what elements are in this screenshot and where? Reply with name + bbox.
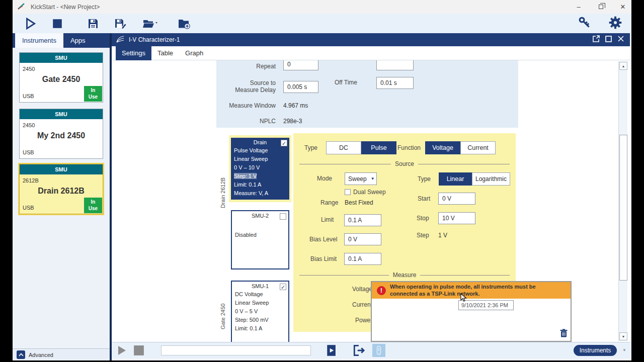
drain-summary-card[interactable]: Drain ✓ Pulse Voltage Linear Sweep 0 V –… [231, 138, 289, 200]
type-pulse-button[interactable]: Pulse [361, 141, 396, 154]
tab-settings[interactable]: Settings [116, 46, 151, 60]
drain-line: Measure: V, A [234, 189, 286, 198]
delete-warning-icon[interactable] [560, 329, 568, 339]
type-dc-button[interactable]: DC [326, 141, 361, 154]
step-label: Step [417, 232, 429, 239]
panel-run-button[interactable] [116, 344, 128, 358]
smu1-line: DC Voltage [235, 290, 285, 299]
function-current-button[interactable]: Current [460, 141, 496, 154]
card-type: SMU [20, 109, 103, 119]
card-model: 2612B [23, 177, 39, 184]
repeat-input[interactable] [283, 60, 318, 70]
measure-power-label: Power [355, 317, 372, 324]
maximize-panel-icon[interactable] [605, 35, 612, 45]
instrument-card-drain-2612b[interactable]: SMU 2612B Drain 2612B USB In Use [19, 164, 103, 214]
stop-input[interactable] [438, 212, 475, 224]
dual-sweep-box[interactable] [345, 189, 351, 195]
panel-title: I-V Characterizer-1 [129, 36, 180, 43]
warning-message: When operating in pulse mode, all instru… [390, 284, 571, 298]
drain-enabled-checkbox[interactable]: ✓ [281, 140, 287, 146]
tab-instruments[interactable]: Instruments [15, 33, 63, 48]
iv-curves-icon [116, 35, 125, 45]
app-window: KickStart - <New Project> – ✕ [13, 0, 631, 360]
warning-popup: ! When operating in pulse mode, all inst… [371, 281, 572, 342]
tab-graph[interactable]: Graph [179, 46, 209, 60]
export-data-icon[interactable] [352, 344, 366, 359]
card-connection: USB [23, 149, 34, 155]
off-time-label: Off Time [297, 79, 357, 86]
card-connection: USB [23, 205, 34, 211]
sidebar: Instruments Apps SMU 2450 Gate 2450 USB … [13, 33, 110, 360]
close-panel-icon[interactable] [617, 35, 625, 45]
limit-input[interactable] [344, 214, 381, 226]
smu1-enabled-checkbox[interactable]: ✓ [280, 284, 286, 290]
bias-limit-input[interactable] [344, 253, 381, 265]
on-time-input[interactable] [376, 60, 414, 70]
drain-line: Linear Sweep [234, 155, 286, 163]
tab-table[interactable]: Table [151, 46, 179, 60]
open-project-button[interactable] [142, 18, 157, 30]
instruments-caret-icon[interactable]: ▼ [622, 348, 626, 352]
settings-content: Repeat Source toMeasure Delay Off Time M… [112, 60, 630, 342]
restore-button[interactable] [596, 3, 605, 12]
start-input[interactable] [438, 193, 475, 205]
bias-limit-label: Bias Limit [310, 255, 337, 262]
new-project-button[interactable] [178, 18, 191, 30]
save-button[interactable] [87, 18, 99, 30]
measure-voltage-label: Voltage [352, 286, 372, 293]
run-button[interactable] [24, 17, 37, 30]
instruments-button[interactable]: Instruments [574, 345, 617, 356]
mode-label: Mode [317, 175, 332, 182]
mouse-cursor [460, 293, 467, 304]
tab-apps[interactable]: Apps [63, 33, 93, 48]
measure-current-label: Current [352, 301, 372, 308]
card-name: Gate 2450 [20, 75, 103, 84]
save-as-button[interactable] [114, 18, 127, 30]
title-bar: KickStart - <New Project> – ✕ [13, 0, 631, 14]
main-toolbar [13, 14, 631, 33]
off-time-input[interactable] [376, 77, 414, 89]
nplc-label: NPLC [216, 118, 276, 125]
scrollbar-thumb[interactable] [619, 135, 627, 281]
vertical-scrollbar[interactable]: ▲ ▼ [618, 61, 627, 341]
panel-stop-button[interactable] [133, 345, 144, 358]
smu2-summary-card[interactable]: SMU-2 Disabled [231, 210, 289, 269]
sweep-logarithmic-button[interactable]: Logarithmic [472, 172, 510, 186]
scroll-up-button[interactable]: ▲ [619, 62, 627, 70]
smu1-line: Linear Sweep [235, 299, 285, 307]
window-title: KickStart - <New Project> [31, 4, 100, 11]
function-voltage-button[interactable]: Voltage [425, 141, 460, 154]
panel-tab-bar: Settings Table Graph [112, 46, 630, 60]
dual-sweep-checkbox[interactable]: Dual Sweep [345, 189, 386, 196]
run-script-icon[interactable] [326, 344, 338, 359]
mode-dropdown[interactable]: Sweep▼ [345, 172, 377, 185]
scroll-down-button[interactable]: ▼ [619, 332, 627, 340]
source-to-measure-delay-label: Source toMeasure Delay [216, 79, 276, 94]
smu2-card-title: SMU-2 [235, 213, 285, 219]
popout-icon[interactable] [592, 35, 600, 45]
license-key-icon[interactable] [578, 16, 591, 31]
warnings-toggle-button[interactable] [372, 344, 385, 357]
smu1-card-title: SMU-1 [235, 283, 285, 289]
instrument-card-gate-2450[interactable]: SMU 2450 Gate 2450 USB In Use [19, 52, 103, 103]
settings-gear-icon[interactable] [608, 16, 622, 32]
sweep-linear-button[interactable]: Linear [439, 172, 472, 186]
panel-header: I-V Characterizer-1 [112, 33, 630, 46]
smu2-enabled-checkbox[interactable] [280, 213, 286, 220]
advanced-expand-button[interactable] [17, 350, 25, 359]
bias-level-input[interactable] [344, 233, 381, 245]
progress-bar [161, 345, 311, 355]
close-button[interactable]: ✕ [618, 3, 627, 12]
stop-button[interactable] [52, 18, 63, 29]
smu1-summary-card[interactable]: SMU-1 ✓ DC Voltage Linear Sweep 0 V – 5 … [231, 281, 289, 342]
instrument-card-my-2nd-2450[interactable]: SMU 2450 My 2nd 2450 USB [19, 109, 103, 159]
in-use-badge: In Use [84, 86, 102, 102]
step-value: 1 V [438, 232, 447, 239]
nplc-value: 298e-3 [283, 118, 302, 125]
minimize-button[interactable]: – [574, 3, 583, 12]
range-label: Range [320, 199, 338, 206]
drain-line: Limit: 0.1 A [234, 180, 286, 189]
in-use-badge: In Use [84, 198, 102, 213]
drain-channel-vertical-label: Drain 2612B [220, 165, 227, 220]
card-model: 2450 [23, 122, 35, 128]
